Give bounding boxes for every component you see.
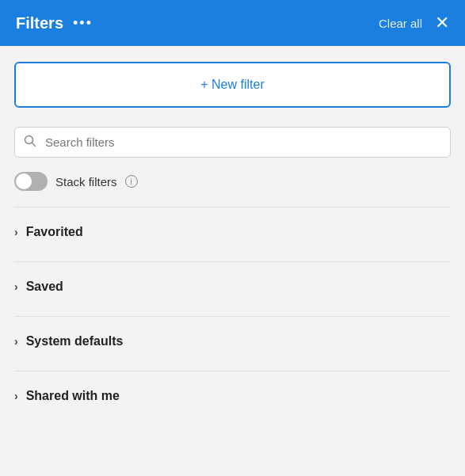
chevron-right-icon: › bbox=[14, 335, 18, 348]
header-left: Filters ••• bbox=[16, 14, 93, 32]
filter-section: › Favorited bbox=[14, 207, 451, 244]
header-right: Clear all ✕ bbox=[379, 14, 449, 32]
header: Filters ••• Clear all ✕ bbox=[0, 0, 465, 46]
section-header-2[interactable]: › System defaults bbox=[14, 329, 451, 353]
filter-sections: › Favorited › Saved › System defaults › … bbox=[14, 207, 451, 408]
chevron-right-icon: › bbox=[14, 226, 18, 238]
close-button[interactable]: ✕ bbox=[435, 14, 449, 32]
page-title: Filters bbox=[16, 14, 63, 32]
filter-section: › System defaults bbox=[14, 316, 451, 353]
search-container bbox=[14, 127, 451, 158]
section-header-0[interactable]: › Favorited bbox=[14, 220, 451, 244]
search-input[interactable] bbox=[14, 127, 451, 158]
section-label-3: Shared with me bbox=[26, 389, 120, 403]
more-options-icon[interactable]: ••• bbox=[73, 15, 93, 32]
section-header-1[interactable]: › Saved bbox=[14, 275, 451, 299]
stack-filters-toggle[interactable] bbox=[14, 172, 48, 191]
clear-all-button[interactable]: Clear all bbox=[379, 17, 422, 30]
stack-filters-row: Stack filters i bbox=[14, 172, 451, 191]
section-header-3[interactable]: › Shared with me bbox=[14, 384, 451, 408]
search-icon bbox=[24, 135, 36, 150]
new-filter-button[interactable]: + New filter bbox=[14, 62, 451, 108]
section-label-1: Saved bbox=[26, 280, 63, 294]
section-label-2: System defaults bbox=[26, 334, 124, 348]
section-divider bbox=[14, 207, 451, 208]
section-divider bbox=[14, 316, 451, 317]
section-divider bbox=[14, 261, 451, 262]
chevron-right-icon: › bbox=[14, 280, 18, 293]
section-divider bbox=[14, 371, 451, 371]
section-label-0: Favorited bbox=[26, 225, 83, 239]
toggle-knob bbox=[16, 173, 32, 189]
content-area: + New filter Stack filters i › Favorited bbox=[0, 46, 465, 476]
filter-section: › Shared with me bbox=[14, 371, 451, 408]
filter-section: › Saved bbox=[14, 261, 451, 299]
stack-filters-label: Stack filters bbox=[55, 175, 117, 188]
chevron-right-icon: › bbox=[14, 390, 18, 402]
svg-line-1 bbox=[32, 143, 36, 146]
info-icon[interactable]: i bbox=[125, 175, 138, 188]
